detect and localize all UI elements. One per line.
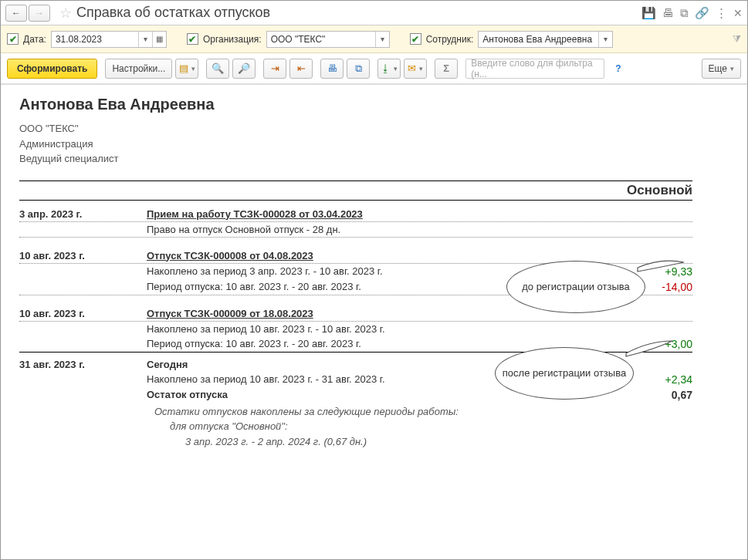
form-button-label: Сформировать: [17, 63, 87, 74]
text-filter-input[interactable]: Введите слово для фильтра (н...: [465, 59, 604, 79]
emp-value: Антонова Ева Андреевна: [479, 34, 598, 45]
print-button[interactable]: 🖶: [320, 59, 344, 79]
chevron-down-icon[interactable]: ▾: [598, 32, 612, 47]
send-button[interactable]: ✉ ▾: [404, 59, 427, 79]
nav-forward-button[interactable]: →: [29, 5, 50, 22]
row-date: 3 апр. 2023 г.: [19, 208, 147, 220]
report-row: Право на отпуск Основной отпуск - 28 дн.: [19, 222, 692, 238]
nav-back-button[interactable]: ←: [5, 5, 27, 22]
chevron-down-icon[interactable]: ▾: [375, 32, 389, 47]
window-title: Справка об остатках отпусков: [76, 5, 641, 21]
output-group: 🖶 ⧉: [320, 59, 370, 79]
collapse-button[interactable]: ⇤: [289, 59, 313, 79]
document-icon[interactable]: ⧉: [680, 6, 689, 20]
employee-dept: Администрация: [19, 137, 692, 152]
nav-group: ← →: [5, 5, 50, 22]
footnote-head: Остатки отпусков накоплены за следующие …: [154, 406, 459, 417]
sigma-icon: Σ: [443, 62, 449, 74]
chevron-down-icon: ▾: [419, 65, 423, 73]
footnote-row: Остатки отпусков накоплены за следующие …: [19, 403, 692, 451]
org-label: Организация:: [203, 34, 262, 45]
row-line: Право на отпуск Основной отпуск - 28 дн.: [147, 224, 631, 235]
chevron-down-icon[interactable]: ▾: [138, 32, 152, 47]
employee-meta: ООО "ТЕКС" Администрация Ведущий специал…: [19, 121, 692, 167]
row-title-link[interactable]: Отпуск ТСЗК-000008 от 04.08.2023: [147, 250, 313, 261]
expand-button[interactable]: ⇥: [263, 59, 286, 79]
print-icon: 🖶: [327, 62, 337, 74]
today-accrued: +2,34: [631, 373, 692, 386]
callout-after-text: после регистрации отзыва: [503, 367, 626, 380]
emp-field[interactable]: Антонова Ева Андреевна ▾: [478, 31, 613, 48]
preview-icon: ⧉: [355, 62, 362, 75]
callout-tail-icon: [638, 262, 684, 273]
search-icon: 🔍: [212, 62, 224, 74]
org-checkbox[interactable]: ✔: [187, 33, 198, 45]
row-date: 10 авг. 2023 г.: [19, 308, 147, 319]
save-button[interactable]: ⭳ ▾: [377, 59, 401, 79]
more-button-label: Еще: [709, 63, 727, 74]
date-field[interactable]: 31.08.2023 ▾ ▦: [51, 31, 167, 48]
arrow-right-icon: →: [35, 8, 44, 19]
save-icon[interactable]: 💾: [641, 6, 656, 20]
chevron-down-icon: ▾: [191, 65, 195, 73]
arrow-left-icon: ←: [12, 8, 21, 19]
expand-icon: ⇥: [271, 62, 279, 74]
footnote-sub: для отпуска "Основной":: [154, 419, 631, 434]
expand-group: ⇥ ⇤: [263, 59, 313, 79]
check-icon: ✔: [188, 35, 196, 44]
row-title-link[interactable]: Прием на работу ТСЗК-000028 от 03.04.202…: [147, 208, 363, 220]
date-checkbox[interactable]: ✔: [7, 33, 19, 45]
callout-before: до регистрации отзыва: [506, 261, 645, 313]
date-label: Дата:: [23, 34, 46, 45]
zoom-group: 🔍 🔎: [206, 59, 256, 79]
emp-checkbox[interactable]: ✔: [410, 33, 421, 45]
preview-button[interactable]: ⧉: [347, 59, 370, 79]
calendar-icon[interactable]: ▦: [152, 32, 166, 47]
search-next-icon: 🔎: [238, 62, 250, 74]
row-body: Прием на работу ТСЗК-000028 от 03.04.202…: [147, 208, 631, 220]
callout-tail-icon: [626, 346, 672, 356]
help-icon[interactable]: ?: [612, 63, 624, 74]
find-button[interactable]: 🔍: [206, 59, 229, 79]
filter-funnel-icon[interactable]: ⧩: [733, 33, 741, 46]
mail-icon: ✉: [408, 62, 416, 74]
filter-placeholder: Введите слово для фильтра (н...: [471, 58, 599, 79]
check-icon: ✔: [9, 35, 17, 44]
employee-position: Ведущий специалист: [19, 151, 692, 167]
report-row: 3 апр. 2023 г. Прием на работу ТСЗК-0000…: [19, 207, 692, 222]
print-icon[interactable]: 🖶: [662, 6, 674, 19]
title-tools: 💾 🖶 ⧉ 🔗 ⋮ ✕: [641, 6, 743, 20]
check-icon: ✔: [411, 35, 419, 44]
close-icon[interactable]: ✕: [733, 7, 743, 19]
sum-button[interactable]: Σ: [435, 59, 458, 79]
list-icon: ▤: [179, 62, 188, 74]
today-date: 31 авг. 2023 г.: [19, 359, 147, 370]
chevron-down-icon: ▾: [730, 65, 734, 73]
row-body: Отпуск ТСЗК-000008 от 04.08.2023: [147, 250, 631, 261]
employee-name: Антонова Ева Андреевна: [19, 96, 692, 113]
row-title-link[interactable]: Отпуск ТСЗК-000009 от 18.08.2023: [147, 308, 313, 319]
link-icon[interactable]: 🔗: [695, 6, 709, 20]
find-next-button[interactable]: 🔎: [232, 59, 256, 79]
employee-org: ООО "ТЕКС": [19, 121, 692, 137]
filter-bar: ✔ Дата: 31.08.2023 ▾ ▦ ✔ Организация: ОО…: [1, 25, 747, 53]
more-button[interactable]: Еще ▾: [702, 59, 741, 79]
org-value: ООО "ТЕКС": [267, 34, 375, 45]
chevron-down-icon: ▾: [394, 65, 398, 73]
row-line: Накоплено за период 10 авг. 2023 г. - 10…: [147, 323, 631, 335]
form-button[interactable]: Сформировать: [7, 59, 97, 79]
download-icon: ⭳: [381, 62, 391, 74]
settings-button[interactable]: Настройки...: [105, 59, 172, 79]
favorite-star-icon[interactable]: ☆: [59, 5, 72, 22]
toolbar: Сформировать Настройки... ▤ ▾ 🔍 🔎 ⇥ ⇤ 🖶 …: [1, 53, 747, 84]
callout-before-text: до регистрации отзыва: [522, 281, 630, 294]
report-scroll-area[interactable]: Антонова Ева Андреевна ООО "ТЕКС" Админи…: [1, 84, 747, 560]
variants-button[interactable]: ▤ ▾: [175, 59, 198, 79]
row-date: 10 авг. 2023 г.: [19, 250, 147, 261]
kebab-menu-icon[interactable]: ⋮: [716, 6, 727, 20]
date-value: 31.08.2023: [52, 34, 138, 45]
org-field[interactable]: ООО "ТЕКС" ▾: [266, 31, 390, 48]
balance-value: 0,67: [631, 389, 692, 401]
footnote-period: 3 апр. 2023 г. - 2 апр. 2024 г. (0,67 дн…: [154, 434, 631, 450]
callout-after: после регистрации отзыва: [495, 347, 634, 400]
